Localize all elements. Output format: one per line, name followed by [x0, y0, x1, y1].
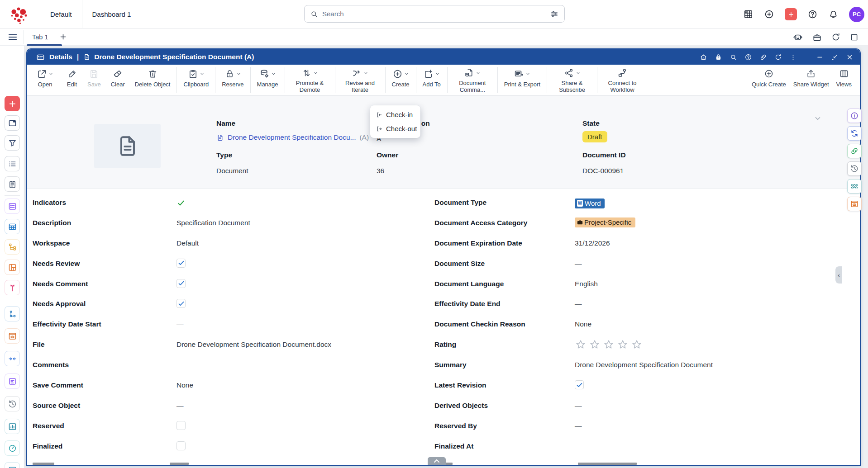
views-button[interactable]: Views — [833, 65, 855, 95]
add-circle-icon[interactable] — [764, 9, 774, 19]
side-panel-item-history[interactable] — [847, 161, 862, 176]
sidebar-item-document-card[interactable] — [5, 373, 20, 389]
spread-sheet-icon[interactable] — [743, 9, 754, 19]
tab-1[interactable]: Tab 1 — [24, 28, 56, 46]
lock-icon[interactable] — [715, 53, 722, 61]
reserve-button[interactable]: Reserve — [217, 65, 248, 95]
share-widget-button[interactable]: Share Widget — [790, 65, 833, 95]
sidebar-item-list[interactable] — [5, 156, 20, 171]
menu-icon[interactable] — [7, 32, 18, 43]
sidebar-item-add[interactable] — [5, 96, 20, 111]
toolbar-group-separator — [335, 67, 335, 93]
checkbox-needs-review[interactable] — [176, 260, 186, 268]
sidebar-item-table[interactable] — [5, 219, 20, 234]
notifications-icon[interactable] — [828, 9, 839, 19]
more-options-icon[interactable] — [789, 53, 797, 61]
restore-icon[interactable] — [831, 53, 839, 61]
sidebar-item-form[interactable] — [5, 199, 20, 214]
search-icon[interactable] — [730, 53, 737, 61]
flow-icon — [617, 68, 628, 78]
sidebar-item-kanban[interactable] — [5, 260, 20, 275]
document-comma-button[interactable]: Document Comma... — [449, 65, 496, 95]
revise-and-iterate-button[interactable]: Revise and Iterate — [337, 65, 384, 95]
checkbox-needs-comment[interactable] — [176, 280, 186, 288]
link-icon[interactable] — [759, 53, 767, 61]
clipboard-button[interactable]: Clipboard — [178, 65, 214, 95]
star-icon[interactable] — [617, 339, 629, 350]
panel-collapse-handle[interactable]: ‹ — [835, 266, 842, 284]
side-panel-item-team[interactable] — [847, 179, 862, 194]
document-thumbnail[interactable] — [94, 124, 161, 168]
sidebar-item-window-share[interactable] — [5, 462, 20, 468]
connect-to-workflow-button[interactable]: Connect to Workflow — [599, 65, 646, 95]
manage-button[interactable]: Manage — [252, 65, 283, 95]
collapse-section-icon[interactable] — [813, 114, 822, 123]
sidebar-item-window[interactable] — [5, 115, 20, 131]
home-icon[interactable] — [700, 53, 707, 61]
search-input[interactable] — [322, 10, 550, 18]
document-id-value: DOC-000961 — [582, 167, 624, 175]
toolbar-group: Document Comma... — [449, 65, 496, 95]
delete-object-button[interactable]: Delete Object — [130, 65, 176, 95]
field-label: Finalized At — [434, 442, 575, 450]
print-export-button[interactable]: Print & Export — [499, 65, 545, 95]
refresh-icon[interactable] — [774, 53, 782, 61]
share-subscribe-button[interactable]: Share & Subscribe — [548, 65, 596, 95]
checkbox-finalized[interactable] — [176, 442, 186, 450]
promote-demote-button[interactable]: Promote & Demote — [286, 65, 334, 95]
side-panel-item-link[interactable] — [847, 144, 862, 158]
star-icon[interactable] — [631, 339, 643, 350]
assistant-robot-icon[interactable] — [792, 32, 803, 43]
clear-button[interactable]: Clear — [106, 65, 130, 95]
side-panel-item-sync[interactable] — [847, 126, 862, 141]
document-name-link[interactable]: Drone Development Specification Docu... … — [216, 133, 369, 142]
refresh-icon[interactable] — [831, 32, 841, 42]
minimize-icon[interactable] — [816, 53, 824, 61]
star-icon[interactable] — [575, 339, 587, 350]
sidebar-item-clipboard[interactable] — [5, 176, 20, 192]
new-tab-icon[interactable] — [59, 33, 67, 41]
sidebar-item-gauge[interactable] — [5, 440, 20, 456]
quick-create-button[interactable]: Quick Create — [748, 65, 790, 95]
scroll-up-button[interactable] — [428, 457, 446, 465]
search-filter-icon[interactable] — [550, 9, 559, 19]
checkbox-latest-revision[interactable] — [575, 381, 584, 389]
maximize-icon[interactable] — [849, 33, 859, 42]
sidebar-item-hierarchy[interactable] — [5, 239, 20, 255]
quick-add-button[interactable] — [785, 8, 797, 20]
menu-item-check-out[interactable]: Check-out — [370, 122, 420, 136]
global-search[interactable] — [304, 5, 565, 23]
rating-stars[interactable] — [575, 340, 643, 350]
field-value: — — [575, 422, 582, 430]
menu-item-check-in[interactable]: Check-in — [370, 108, 420, 122]
chart-icon — [8, 422, 17, 431]
user-avatar[interactable]: PC — [849, 7, 864, 22]
workspace-tab-default[interactable]: Default — [40, 0, 82, 28]
side-panel-item-info[interactable] — [847, 109, 862, 123]
edit-button[interactable]: Edit — [62, 65, 82, 95]
create-button[interactable]: Create — [387, 65, 415, 95]
sidebar-item-nodes[interactable] — [5, 306, 20, 321]
sidebar-item-branch[interactable] — [5, 280, 20, 295]
app-logo[interactable] — [0, 0, 40, 28]
side-panel-item-preview[interactable] — [847, 197, 862, 211]
workspace-tab-dashboard-1[interactable]: Dashboard 1 — [82, 0, 141, 28]
sidebar-item-converge[interactable] — [5, 351, 20, 366]
button-label: Clipboard — [183, 81, 209, 88]
star-icon[interactable] — [603, 339, 615, 350]
document-id-label: Document ID — [582, 151, 626, 159]
close-icon[interactable] — [846, 53, 854, 61]
checkbox-needs-approval[interactable] — [176, 300, 186, 308]
open-button[interactable]: Open — [32, 65, 58, 95]
window-title: Drone Development Specification Document… — [94, 53, 254, 61]
workspace-box-icon[interactable] — [812, 32, 822, 43]
help-icon[interactable] — [744, 53, 752, 61]
sidebar-item-preview[interactable] — [5, 328, 20, 344]
sidebar-item-filter[interactable] — [5, 135, 20, 151]
sidebar-item-history[interactable] — [5, 396, 20, 411]
add-to-button[interactable]: Add To — [418, 65, 446, 95]
help-icon[interactable] — [807, 9, 818, 19]
sidebar-item-chart[interactable] — [5, 419, 20, 434]
checkbox-reserved[interactable] — [176, 422, 186, 430]
star-icon[interactable] — [589, 339, 601, 350]
